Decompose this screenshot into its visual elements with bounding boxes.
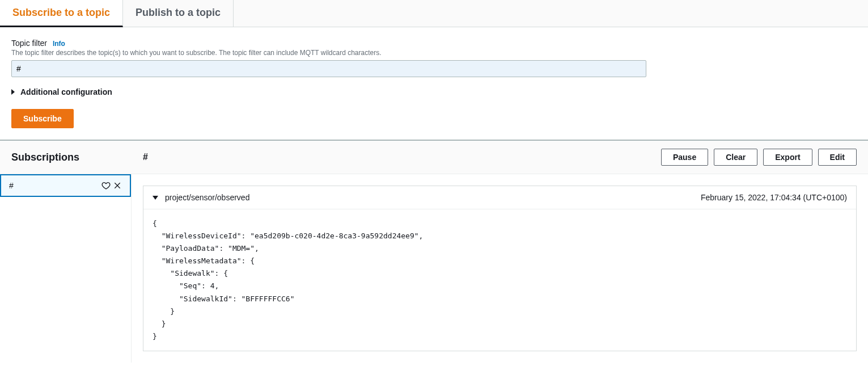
- topic-filter-hint: The topic filter describes the topic(s) …: [11, 49, 857, 57]
- tab-publish[interactable]: Publish to a topic: [123, 0, 234, 27]
- topic-filter-label: Topic filter Info: [11, 39, 857, 48]
- message-card: project/sensor/observed February 15, 202…: [143, 186, 857, 351]
- subscription-item-name: #: [9, 181, 14, 190]
- message-payload: { "WirelessDeviceId": "ea5d209b-c020-4d2…: [143, 209, 856, 351]
- heart-icon[interactable]: [101, 181, 111, 190]
- tabs-bar: Subscribe to a topic Publish to a topic: [0, 0, 868, 27]
- additional-configuration-toggle[interactable]: Additional configuration: [11, 87, 857, 96]
- subscription-item[interactable]: #: [0, 174, 131, 197]
- topic-filter-label-text: Topic filter: [11, 39, 47, 48]
- subscribe-button[interactable]: Subscribe: [11, 109, 74, 128]
- message-header: project/sensor/observed February 15, 202…: [143, 186, 856, 209]
- tab-subscribe[interactable]: Subscribe to a topic: [0, 0, 123, 27]
- topic-filter-input[interactable]: [11, 60, 646, 77]
- edit-button[interactable]: Edit: [818, 149, 857, 166]
- caret-right-icon: [11, 89, 15, 95]
- caret-down-icon[interactable]: [153, 196, 158, 200]
- subscriptions-heading: Subscriptions: [11, 152, 143, 163]
- message-timestamp: February 15, 2022, 17:04:34 (UTC+0100): [701, 193, 847, 202]
- current-topic-display: #: [143, 152, 661, 162]
- clear-button[interactable]: Clear: [714, 149, 757, 166]
- export-button[interactable]: Export: [763, 149, 812, 166]
- close-icon[interactable]: [113, 181, 122, 190]
- subscriptions-body: # project/sensor/observed February 15, 2…: [0, 174, 868, 363]
- messages-panel: project/sensor/observed February 15, 202…: [132, 174, 868, 363]
- subscriptions-header: Subscriptions # Pause Clear Export Edit: [0, 141, 868, 174]
- subscribe-form: Topic filter Info The topic filter descr…: [0, 27, 868, 140]
- message-topic: project/sensor/observed: [165, 193, 249, 202]
- action-buttons: Pause Clear Export Edit: [661, 149, 857, 166]
- subscriptions-sidebar: #: [0, 174, 132, 363]
- pause-button[interactable]: Pause: [661, 149, 708, 166]
- additional-configuration-label: Additional configuration: [20, 87, 112, 96]
- info-link[interactable]: Info: [53, 40, 65, 48]
